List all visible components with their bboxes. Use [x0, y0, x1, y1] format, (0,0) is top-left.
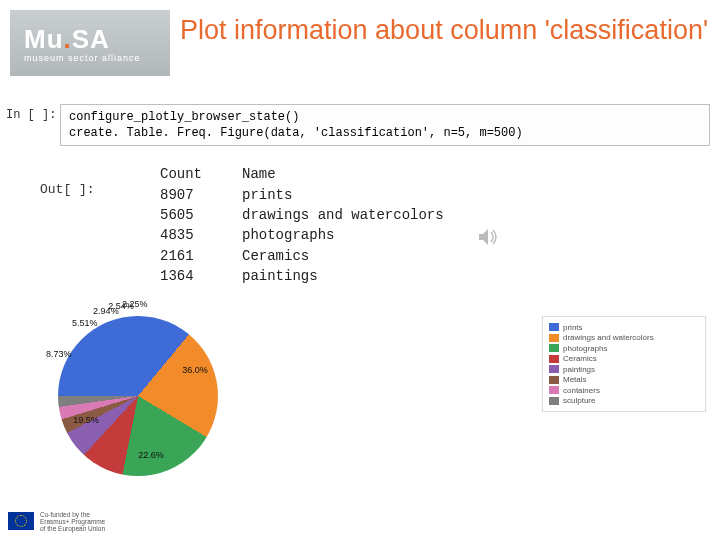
sound-icon	[478, 228, 500, 251]
legend-label: containers	[563, 386, 600, 395]
legend-swatch	[549, 386, 559, 394]
pie-chart: 36.0%22.6%19.5%8.73%5.51%2.94%2.54%2.25%…	[6, 310, 716, 500]
pie-slice-label: 22.6%	[138, 450, 164, 460]
legend-swatch	[549, 397, 559, 405]
legend-label: drawings and watercolors	[563, 333, 654, 342]
pie-slice-label: 5.51%	[72, 318, 98, 328]
input-cell: In [ ]: configure_plotly_browser_state()…	[4, 104, 710, 146]
page-title: Plot information about column 'classific…	[170, 10, 708, 48]
output-cell: Out[ ]: Count 8907 5605 4835 2161 1364 N…	[4, 164, 720, 286]
musa-logo: Mu.SA museum sector alliance	[10, 10, 170, 76]
footer-text: Co-funded by the Erasmus+ Programme of t…	[40, 511, 105, 532]
chart-legend: printsdrawings and watercolorsphotograph…	[542, 316, 706, 412]
legend-item: sculpture	[549, 396, 699, 405]
legend-swatch	[549, 334, 559, 342]
svg-marker-0	[479, 229, 488, 245]
legend-label: prints	[563, 323, 583, 332]
logo-subtitle: museum sector alliance	[24, 53, 170, 63]
legend-swatch	[549, 376, 559, 384]
pie-slice-label: 2.25%	[122, 299, 148, 309]
legend-swatch	[549, 365, 559, 373]
logo-text-b: SA	[72, 24, 110, 54]
legend-label: paintings	[563, 365, 595, 374]
pie-slice-label: 19.5%	[73, 415, 99, 425]
legend-swatch	[549, 344, 559, 352]
legend-label: photographs	[563, 344, 607, 353]
pie-slice-label: 36.0%	[182, 365, 208, 375]
output-prompt: Out[ ]:	[4, 164, 160, 286]
legend-item: Metals	[549, 375, 699, 384]
footer-line1: Co-funded by the	[40, 511, 105, 518]
column-count: Count 8907 5605 4835 2161 1364	[160, 164, 202, 286]
logo-text-a: Mu	[24, 24, 64, 54]
legend-swatch	[549, 323, 559, 331]
legend-label: Metals	[563, 375, 587, 384]
legend-item: prints	[549, 323, 699, 332]
pie-slice-label: 8.73%	[46, 349, 72, 359]
footer: Co-funded by the Erasmus+ Programme of t…	[8, 511, 105, 532]
footer-line2: Erasmus+ Programme	[40, 518, 105, 525]
legend-item: Ceramics	[549, 354, 699, 363]
legend-item: containers	[549, 386, 699, 395]
code-input[interactable]: configure_plotly_browser_state() create.…	[60, 104, 710, 146]
footer-line3: of the European Union	[40, 525, 105, 532]
legend-item: photographs	[549, 344, 699, 353]
input-prompt: In [ ]:	[4, 104, 60, 146]
legend-item: drawings and watercolors	[549, 333, 699, 342]
output-table: Count 8907 5605 4835 2161 1364 Name prin…	[160, 164, 444, 286]
legend-label: sculpture	[563, 396, 595, 405]
legend-swatch	[549, 355, 559, 363]
logo-dot: .	[64, 24, 72, 54]
legend-label: Ceramics	[563, 354, 597, 363]
column-name: Name prints drawings and watercolors pho…	[242, 164, 444, 286]
legend-item: paintings	[549, 365, 699, 374]
eu-flag-icon	[8, 512, 34, 530]
